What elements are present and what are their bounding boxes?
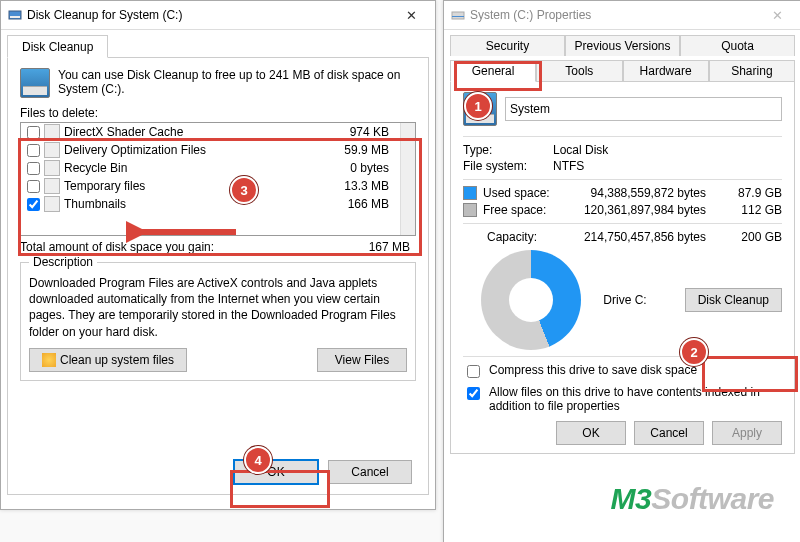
shield-icon: [42, 353, 56, 367]
close-icon[interactable]: ✕: [759, 8, 795, 23]
properties-tab-body: Type:Local Disk File system:NTFS Used sp…: [450, 81, 795, 454]
intro-text: You can use Disk Cleanup to free up to 2…: [58, 68, 416, 96]
window-title: Disk Cleanup for System (C:): [23, 8, 393, 22]
watermark-m3: M3: [611, 482, 652, 515]
description-legend: Description: [29, 255, 97, 269]
cancel-button[interactable]: Cancel: [328, 460, 412, 484]
used-swatch: [463, 186, 477, 200]
apply-button[interactable]: Apply: [712, 421, 782, 445]
svg-rect-3: [452, 16, 464, 17]
total-label: Total amount of disk space you gain:: [20, 240, 330, 254]
tab-security[interactable]: Security: [450, 35, 565, 56]
description-group: Description Downloaded Program Files are…: [20, 262, 416, 381]
titlebar[interactable]: Disk Cleanup for System (C:) ✕: [1, 1, 435, 30]
item-name: Thumbnails: [64, 197, 313, 211]
free-gb: 112 GB: [712, 203, 782, 217]
disk-cleanup-button[interactable]: Disk Cleanup: [685, 288, 782, 312]
description-text: Downloaded Program Files are ActiveX con…: [29, 275, 407, 340]
item-name: Delivery Optimization Files: [64, 143, 313, 157]
capacity-pie-chart: [481, 250, 581, 350]
file-type-icon: [44, 196, 60, 212]
disk-cleanup-icon: [7, 7, 23, 23]
compress-checkbox[interactable]: [467, 365, 480, 378]
index-checkbox[interactable]: [467, 387, 480, 400]
files-to-delete-list[interactable]: DirectX Shader Cache974 KBDelivery Optim…: [20, 122, 416, 236]
window-title: System (C:) Properties: [466, 8, 759, 22]
tab-tools[interactable]: Tools: [536, 60, 622, 82]
item-size: 0 bytes: [317, 161, 395, 175]
files-to-delete-label: Files to delete:: [20, 106, 416, 120]
compress-label: Compress this drive to save disk space: [489, 363, 697, 377]
item-size: 59.9 MB: [317, 143, 395, 157]
annotation-callout-2: 2: [680, 338, 708, 366]
file-type-icon: [44, 178, 60, 194]
used-bytes: 94,388,559,872 bytes: [579, 186, 706, 200]
annotation-callout-1: 1: [464, 92, 492, 120]
watermark: M3Software: [611, 482, 774, 516]
svg-rect-1: [10, 16, 20, 18]
drive-icon: [450, 7, 466, 23]
list-item[interactable]: DirectX Shader Cache974 KB: [21, 123, 401, 141]
free-label: Free space:: [483, 203, 573, 217]
tab-sharing[interactable]: Sharing: [709, 60, 795, 82]
item-name: Recycle Bin: [64, 161, 313, 175]
cancel-button[interactable]: Cancel: [634, 421, 704, 445]
view-files-button[interactable]: View Files: [317, 348, 407, 372]
list-item[interactable]: Temporary files13.3 MB: [21, 177, 401, 195]
watermark-software: Software: [651, 482, 774, 515]
item-size: 13.3 MB: [317, 179, 395, 193]
free-swatch: [463, 203, 477, 217]
file-type-icon: [44, 160, 60, 176]
index-label: Allow files on this drive to have conten…: [489, 385, 782, 413]
disk-cleanup-window: Disk Cleanup for System (C:) ✕ Disk Clea…: [0, 0, 436, 510]
tab-general[interactable]: General: [450, 60, 536, 82]
file-type-icon: [44, 124, 60, 140]
titlebar[interactable]: System (C:) Properties ✕: [444, 1, 800, 30]
type-value: Local Disk: [553, 143, 608, 157]
list-item[interactable]: Recycle Bin0 bytes: [21, 159, 401, 177]
item-size: 974 KB: [317, 125, 395, 139]
item-checkbox[interactable]: [27, 162, 40, 175]
item-checkbox[interactable]: [27, 198, 40, 211]
filesystem-value: NTFS: [553, 159, 584, 173]
free-bytes: 120,361,897,984 bytes: [579, 203, 706, 217]
drive-label: Drive C:: [595, 293, 655, 307]
drive-properties-window: System (C:) Properties ✕ SecurityPreviou…: [443, 0, 800, 542]
scrollbar[interactable]: [400, 123, 415, 235]
drive-name-input[interactable]: [505, 97, 782, 121]
item-checkbox[interactable]: [27, 180, 40, 193]
file-type-icon: [44, 142, 60, 158]
tab-previous-versions[interactable]: Previous Versions: [565, 35, 680, 56]
tab-disk-cleanup[interactable]: Disk Cleanup: [7, 35, 108, 58]
capacity-gb: 200 GB: [712, 230, 782, 244]
item-checkbox[interactable]: [27, 126, 40, 139]
used-label: Used space:: [483, 186, 573, 200]
annotation-callout-3: 3: [230, 176, 258, 204]
clean-system-files-label: Clean up system files: [60, 353, 174, 367]
filesystem-label: File system:: [463, 159, 553, 173]
svg-rect-2: [452, 12, 464, 19]
drive-icon: [20, 68, 50, 98]
capacity-label: Capacity:: [487, 230, 577, 244]
total-value: 167 MB: [330, 240, 416, 254]
tab-quota[interactable]: Quota: [680, 35, 795, 56]
list-item[interactable]: Thumbnails166 MB: [21, 195, 401, 213]
capacity-bytes: 214,750,457,856 bytes: [583, 230, 706, 244]
annotation-callout-4: 4: [244, 446, 272, 474]
list-item[interactable]: Delivery Optimization Files59.9 MB: [21, 141, 401, 159]
item-checkbox[interactable]: [27, 144, 40, 157]
item-name: Temporary files: [64, 179, 313, 193]
item-name: DirectX Shader Cache: [64, 125, 313, 139]
clean-system-files-button[interactable]: Clean up system files: [29, 348, 187, 372]
item-size: 166 MB: [317, 197, 395, 211]
used-gb: 87.9 GB: [712, 186, 782, 200]
ok-button[interactable]: OK: [556, 421, 626, 445]
tab-hardware[interactable]: Hardware: [623, 60, 709, 82]
close-icon[interactable]: ✕: [393, 8, 429, 23]
tab-body: You can use Disk Cleanup to free up to 2…: [7, 57, 429, 495]
type-label: Type:: [463, 143, 553, 157]
